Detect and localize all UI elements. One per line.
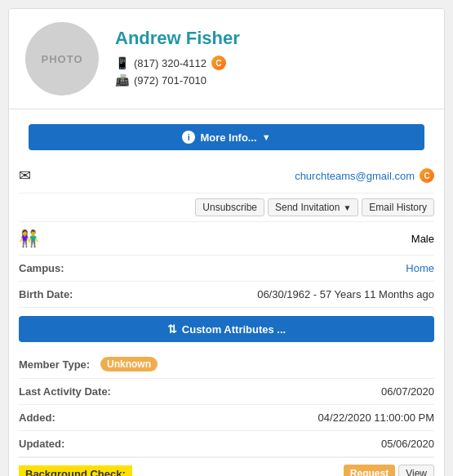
campus-value: Home <box>100 262 434 274</box>
details-section: ✉ churchteams@gmail.com C Unsubscribe Se… <box>9 158 444 476</box>
gender-row: 👫 Male <box>19 222 434 256</box>
member-type-row: Member Type: Unknown <box>19 350 434 379</box>
birth-date-label: Birth Date: <box>19 288 100 300</box>
mobile-sync-icon[interactable]: C <box>211 56 226 70</box>
background-check-label: Background Check: <box>19 465 132 477</box>
birth-date-row: Birth Date: 06/30/1962 - 57 Years 11 Mon… <box>19 282 434 308</box>
campus-row: Campus: Home <box>19 256 434 282</box>
photo-label: PHOTO <box>42 53 83 65</box>
mobile-phone-number: (817) 320-4112 <box>134 57 207 69</box>
added-label: Added: <box>19 411 100 424</box>
profile-header: PHOTO Andrew Fisher 📱 (817) 320-4112 C 📠… <box>9 9 444 109</box>
birth-date-value: 06/30/1962 - 57 Years 11 Months ago <box>100 288 434 300</box>
background-check-actions: Request View <box>132 465 434 476</box>
dropdown-arrow-icon: ▼ <box>262 132 271 142</box>
email-history-button[interactable]: Email History <box>362 198 434 216</box>
send-invitation-label: Send Invitation <box>275 202 340 213</box>
custom-attributes-label: Custom Attributes ... <box>182 323 286 336</box>
email-sync-icon[interactable]: C <box>420 168 434 183</box>
member-type-label: Member Type: <box>19 358 100 371</box>
more-info-label: More Info... <box>200 131 256 144</box>
mobile-phone-icon: 📱 <box>115 56 129 69</box>
email-action-buttons: Unsubscribe Send Invitation ▼ Email Hist… <box>19 194 434 222</box>
added-value: 04/22/2020 11:00:00 PM <box>100 411 434 424</box>
send-invitation-button[interactable]: Send Invitation ▼ <box>268 198 358 216</box>
request-button[interactable]: Request <box>344 465 395 476</box>
profile-name: Andrew Fisher <box>115 28 428 49</box>
last-activity-value: 06/07/2020 <box>111 385 434 398</box>
campus-label: Campus: <box>19 262 100 274</box>
envelope-icon: ✉ <box>19 167 31 185</box>
gender-people-icon: 👫 <box>19 229 39 248</box>
email-row: ✉ churchteams@gmail.com C <box>19 158 434 194</box>
home-phone-row: 📠 (972) 701-7010 <box>115 73 428 87</box>
gender-icon-wrapper: 👫 <box>19 229 39 248</box>
view-button[interactable]: View <box>398 465 434 476</box>
sort-icon: ⇅ <box>167 323 177 336</box>
info-icon: i <box>182 131 195 144</box>
member-type-badge: Unknown <box>100 357 158 371</box>
home-phone-icon: 📠 <box>115 73 129 87</box>
profile-card: PHOTO Andrew Fisher 📱 (817) 320-4112 C 📠… <box>8 8 445 476</box>
updated-label: Updated: <box>19 438 100 450</box>
unsubscribe-button[interactable]: Unsubscribe <box>195 198 264 216</box>
background-check-row: Background Check: Request View <box>19 457 434 476</box>
updated-row: Updated: 05/06/2020 <box>19 431 434 457</box>
custom-attributes-button[interactable]: ⇅ Custom Attributes ... <box>19 316 434 342</box>
photo-placeholder: PHOTO <box>25 22 99 96</box>
mobile-phone-row: 📱 (817) 320-4112 C <box>115 56 428 70</box>
profile-info: Andrew Fisher 📱 (817) 320-4112 C 📠 (972)… <box>115 28 428 90</box>
added-row: Added: 04/22/2020 11:00:00 PM <box>19 405 434 431</box>
send-invitation-arrow-icon: ▼ <box>343 203 351 212</box>
more-info-button[interactable]: i More Info... ▼ <box>29 124 424 150</box>
home-phone-number: (972) 701-7010 <box>134 74 207 87</box>
gender-value: Male <box>46 233 434 245</box>
email-address[interactable]: churchteams@gmail.com <box>39 170 415 182</box>
last-activity-row: Last Activity Date: 06/07/2020 <box>19 379 434 405</box>
last-activity-label: Last Activity Date: <box>19 385 111 398</box>
updated-value: 05/06/2020 <box>100 438 434 450</box>
